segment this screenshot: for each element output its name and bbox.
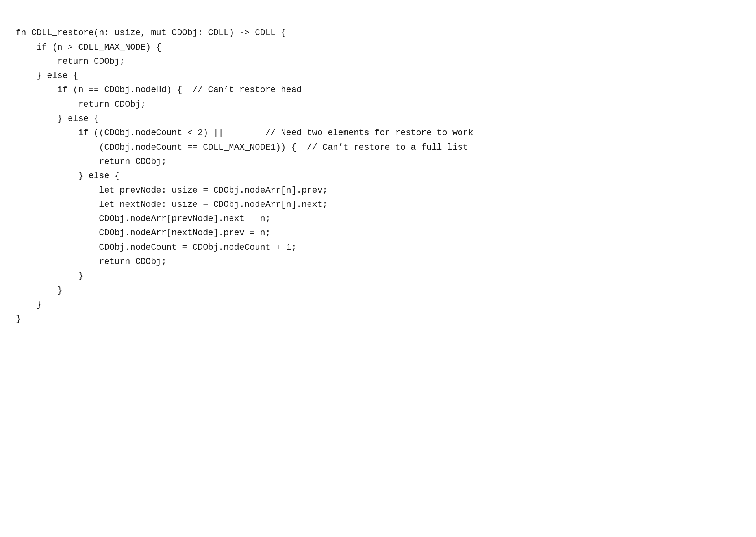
code-line: } (16, 298, 740, 312)
code-line: return CDObj; (16, 98, 740, 112)
code-line: return CDObj; (16, 55, 740, 69)
code-line: } else { (16, 69, 740, 83)
code-line: } else { (16, 169, 740, 183)
code-line: CDObj.nodeArr[prevNode].next = n; (16, 212, 740, 226)
code-line: CDObj.nodeArr[nextNode].prev = n; (16, 226, 740, 240)
code-line: let prevNode: usize = CDObj.nodeArr[n].p… (16, 184, 740, 198)
code-line: return CDObj; (16, 255, 740, 269)
code-line: if (n == CDObj.nodeHd) { // Can’t restor… (16, 83, 740, 97)
code-line: } (16, 284, 740, 298)
code-line: (CDObj.nodeCount == CDLL_MAX_NODE1)) { /… (16, 141, 740, 155)
code-line: } (16, 312, 740, 326)
code-line: } else { (16, 112, 740, 126)
code-line: let nextNode: usize = CDObj.nodeArr[n].n… (16, 198, 740, 212)
code-line: return CDObj; (16, 155, 740, 169)
code-line: fn CDLL_restore(n: usize, mut CDObj: CDL… (16, 26, 740, 40)
code-line: CDObj.nodeCount = CDObj.nodeCount + 1; (16, 241, 740, 255)
code-block: fn CDLL_restore(n: usize, mut CDObj: CDL… (16, 12, 740, 327)
code-line: if ((CDObj.nodeCount < 2) || // Need two… (16, 126, 740, 140)
code-line: } (16, 269, 740, 283)
code-line: if (n > CDLL_MAX_NODE) { (16, 41, 740, 55)
